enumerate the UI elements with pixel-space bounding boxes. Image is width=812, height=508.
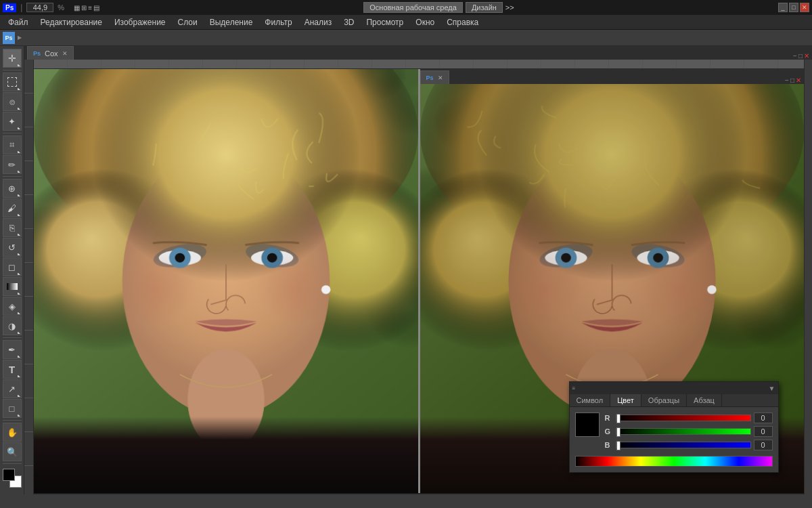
- more-workspaces[interactable]: >>: [505, 3, 514, 12]
- eyedropper-tool[interactable]: ✏: [3, 155, 22, 174]
- hand-tool[interactable]: ✋: [3, 423, 22, 442]
- move-tool[interactable]: ✛: [3, 49, 22, 68]
- title-bar: Ps | % ▦ ⊞ ≡ ▤ Основная рабочая среда Ди…: [0, 0, 812, 15]
- b-value-input[interactable]: [754, 440, 773, 450]
- color-picker[interactable]: [3, 469, 22, 488]
- menu-bar: Файл Редактирование Изображение Слои Выд…: [0, 15, 812, 30]
- color-swatch[interactable]: [575, 412, 600, 437]
- doc2-maximize[interactable]: □: [790, 77, 794, 84]
- g-value-input[interactable]: [754, 426, 773, 437]
- maximize-btn[interactable]: □: [789, 3, 798, 12]
- top-ruler: [34, 60, 804, 69]
- magic-wand-tool[interactable]: ✦: [3, 112, 22, 131]
- clone-stamp-tool[interactable]: ⎘: [3, 218, 22, 237]
- panel-color-area: R G: [575, 412, 773, 453]
- b-label: B: [605, 441, 613, 449]
- tools-panel: ✛ ⌾ ✦ ⌗ ✏: [0, 46, 24, 494]
- tab-paragraph[interactable]: Абзац: [687, 394, 722, 406]
- title-separator: |: [20, 3, 22, 12]
- right-photo-panel: Ps ✕ − □ ✕: [420, 69, 805, 493]
- zoom-tool[interactable]: 🔍: [3, 442, 22, 461]
- doc1-win-controls: − □ ✕: [790, 52, 809, 60]
- app-logo: Ps: [3, 3, 16, 12]
- shape-tool[interactable]: □: [3, 399, 22, 418]
- channel-r: R: [605, 412, 773, 423]
- panel-header[interactable]: ≡ ▼: [570, 382, 778, 394]
- doc-tab-1[interactable]: Ps Cox ✕: [27, 46, 74, 60]
- pen-tool[interactable]: ✒: [3, 340, 22, 359]
- zoom-input[interactable]: [26, 3, 53, 12]
- g-slider-thumb[interactable]: [616, 427, 621, 437]
- color-spectrum-strip[interactable]: [575, 456, 773, 467]
- menu-filter[interactable]: Фильтр: [259, 16, 297, 28]
- gradient-tool[interactable]: [3, 277, 22, 296]
- foreground-color[interactable]: [3, 469, 15, 481]
- photos-area: Ps ✕ − □ ✕: [34, 69, 804, 493]
- path-selection-tool[interactable]: ↗: [3, 379, 22, 398]
- menu-view[interactable]: Просмотр: [361, 16, 409, 28]
- doc2-minimize[interactable]: −: [785, 77, 789, 84]
- ps-options-icon: Ps: [3, 32, 15, 44]
- minimize-btn[interactable]: _: [778, 3, 788, 12]
- panel-menu-icon[interactable]: ▼: [769, 385, 775, 392]
- color-panel: ≡ ▼ Символ Цвет Образцы Абзац: [569, 381, 779, 473]
- healing-brush-tool[interactable]: ⊕: [3, 179, 22, 198]
- menu-help[interactable]: Справка: [441, 16, 484, 28]
- tools-sep-2: [3, 133, 22, 133]
- tools-sep-3: [3, 176, 22, 177]
- dodge-tool[interactable]: ◑: [3, 316, 22, 335]
- app-window: Ps | % ▦ ⊞ ≡ ▤ Основная рабочая среда Ди…: [0, 0, 812, 508]
- history-brush-tool[interactable]: ↺: [3, 238, 22, 257]
- tool-icons: ▦ ⊞ ≡ ▤: [74, 4, 99, 12]
- left-photo-canvas: [34, 69, 418, 493]
- doc-tab-2[interactable]: Ps ✕: [420, 70, 449, 84]
- tab-color[interactable]: Цвет: [610, 394, 641, 406]
- channel-g: G: [605, 426, 773, 437]
- tab-symbol[interactable]: Символ: [570, 394, 611, 406]
- menu-file[interactable]: Файл: [3, 16, 34, 28]
- main-content: Ps Cox ✕ − □ ✕: [24, 46, 812, 494]
- b-slider-thumb[interactable]: [616, 441, 621, 450]
- doc2-ps-icon: Ps: [426, 75, 434, 81]
- r-slider-bar[interactable]: [616, 415, 751, 421]
- canvas-workspace: Ps ✕ − □ ✕: [34, 60, 804, 494]
- b-slider-bar[interactable]: [616, 442, 751, 448]
- r-label: R: [605, 414, 613, 422]
- close-btn[interactable]: ✕: [800, 3, 809, 12]
- doc2-close[interactable]: ✕: [438, 75, 443, 81]
- tab-swatches[interactable]: Образцы: [641, 394, 687, 406]
- doc2-tab-area: Ps ✕ − □ ✕: [420, 69, 805, 84]
- doc1-ps-icon: Ps: [33, 50, 41, 57]
- r-value-input[interactable]: [754, 412, 773, 423]
- menu-3d[interactable]: 3D: [338, 16, 359, 28]
- marquee-tool[interactable]: [3, 72, 22, 91]
- blur-tool[interactable]: ◈: [3, 297, 22, 316]
- menu-analysis[interactable]: Анализ: [299, 16, 338, 28]
- menu-edit[interactable]: Редактирование: [35, 16, 108, 28]
- tools-sep-6: [3, 463, 22, 464]
- right-edge-panel: [804, 60, 812, 494]
- workspace-design-btn[interactable]: Дизайн: [466, 2, 503, 13]
- workspace-main-btn[interactable]: Основная рабочая среда: [363, 2, 463, 13]
- brush-tool[interactable]: 🖌: [3, 198, 22, 217]
- workspace-area: Основная рабочая среда Дизайн >>: [363, 2, 514, 13]
- type-tool[interactable]: T: [3, 360, 22, 379]
- r-slider-thumb[interactable]: [616, 414, 621, 423]
- g-slider-bar[interactable]: [616, 428, 751, 435]
- tools-sep-5: [3, 420, 22, 421]
- tool-options-arrow: ▶: [18, 30, 20, 46]
- tools-sep-4: [3, 337, 22, 338]
- menu-layers[interactable]: Слои: [173, 16, 203, 28]
- menu-image[interactable]: Изображение: [109, 16, 171, 28]
- lasso-tool[interactable]: ⌾: [3, 92, 22, 111]
- doc1-close[interactable]: ✕: [62, 50, 68, 57]
- menu-select[interactable]: Выделение: [204, 16, 258, 28]
- eraser-tool[interactable]: ◻: [3, 257, 22, 276]
- title-bar-left: Ps | % ▦ ⊞ ≡ ▤: [3, 3, 99, 12]
- channel-b: B: [605, 440, 773, 450]
- left-photo-panel: [34, 69, 418, 493]
- crop-tool[interactable]: ⌗: [3, 135, 22, 154]
- options-bar: Ps ▶: [0, 30, 812, 46]
- doc2-close-btn[interactable]: ✕: [796, 77, 801, 84]
- menu-window[interactable]: Окно: [410, 16, 440, 28]
